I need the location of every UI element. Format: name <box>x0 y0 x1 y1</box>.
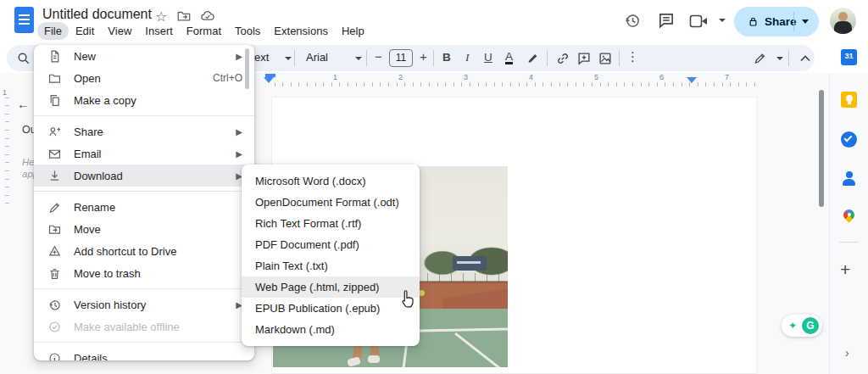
menu-separator <box>34 288 254 289</box>
menubar-item-format[interactable]: Format <box>180 22 228 40</box>
editing-mode-caret-icon[interactable] <box>776 57 783 60</box>
right-indent-marker[interactable] <box>687 77 697 83</box>
cursor-pointer-icon <box>398 289 417 310</box>
version-history-icon[interactable] <box>623 11 642 30</box>
ruler-number: 6 <box>659 73 664 81</box>
menubar-item-file[interactable]: File <box>37 22 69 40</box>
keep-base <box>848 102 851 105</box>
comments-icon[interactable] <box>657 11 676 30</box>
submenu-item-microsoft-word-docx[interactable]: Microsoft Word (.docx) <box>242 170 420 192</box>
menu-item-share[interactable]: Share▶ <box>34 120 254 142</box>
editing-mode-pen-icon[interactable] <box>753 51 767 65</box>
menu-item-label: Add shortcut to Drive <box>74 245 242 258</box>
hide-menus-chevron-icon[interactable] <box>798 53 812 64</box>
submenu-item-web-page-html-zipped[interactable]: Web Page (.html, zipped) <box>242 276 420 298</box>
collapse-chevron-icon[interactable]: › <box>845 346 849 360</box>
google-tasks-icon[interactable] <box>841 131 857 148</box>
google-calendar-icon[interactable]: 31 <box>841 49 857 65</box>
link-icon[interactable] <box>555 51 570 66</box>
title-bar: Untitled document ☆ FileEditViewInsertFo… <box>0 0 868 42</box>
menu-item-new[interactable]: New▶ <box>34 45 254 67</box>
menu-item-version-history[interactable]: Version history▶ <box>34 293 254 315</box>
google-docs-logo[interactable] <box>14 7 34 33</box>
italic-button[interactable]: I <box>465 51 470 64</box>
download-submenu: Microsoft Word (.docx)OpenDocument Forma… <box>242 165 420 346</box>
contacts-head <box>846 171 853 178</box>
menu-item-rename[interactable]: Rename <box>34 196 254 218</box>
lock-icon <box>747 15 760 28</box>
more-options-button[interactable]: ⋮ <box>626 49 639 64</box>
font-dropdown[interactable]: Arial <box>306 51 328 64</box>
menu-item-open[interactable]: OpenCtrl+O <box>34 67 254 89</box>
maps-dot <box>848 213 851 216</box>
underline-button[interactable]: U <box>484 51 492 64</box>
text-color-button[interactable]: A <box>505 51 513 64</box>
meet-video-icon[interactable] <box>689 14 709 29</box>
meet-dropdown-caret-icon[interactable] <box>719 19 726 22</box>
sign-text <box>457 261 481 264</box>
doc-icon <box>47 49 62 64</box>
menubar-item-view[interactable]: View <box>101 22 138 40</box>
menu-item-label: Rename <box>74 201 242 214</box>
menu-item-email[interactable]: Email▶ <box>34 142 254 165</box>
google-contacts-icon[interactable] <box>841 170 857 186</box>
ruler-number: 4 <box>529 73 533 81</box>
share-button[interactable]: Share <box>734 7 819 36</box>
menubar-item-insert[interactable]: Insert <box>138 22 180 40</box>
menu-item-label: Details <box>74 352 242 361</box>
search-icon[interactable] <box>15 50 31 66</box>
highlight-icon[interactable] <box>526 51 540 65</box>
decrease-font-button[interactable]: − <box>375 49 382 64</box>
google-maps-icon[interactable] <box>841 209 857 225</box>
insert-image-icon[interactable] <box>598 51 613 66</box>
menubar-item-help[interactable]: Help <box>335 22 371 40</box>
add-panel-icon[interactable]: + <box>840 260 850 280</box>
menubar: FileEditViewInsertFormatToolsExtensionsH… <box>37 22 371 40</box>
increase-font-button[interactable]: + <box>420 49 427 64</box>
horizontal-ruler[interactable]: 1234567 <box>267 73 757 88</box>
submenu-item-pdf-document-pdf[interactable]: PDF Document (.pdf) <box>242 234 420 255</box>
court-sign <box>453 256 487 271</box>
submenu-arrow-icon: ▶ <box>236 149 242 159</box>
menu-separator <box>34 115 254 116</box>
menu-item-add-shortcut-to-drive[interactable]: Add shortcut to Drive <box>34 240 254 262</box>
side-panel-separator <box>839 242 859 243</box>
submenu-item-opendocument-format-odt[interactable]: OpenDocument Format (.odt) <box>242 192 420 213</box>
submenu-item-markdown-md[interactable]: Markdown (.md) <box>242 319 420 340</box>
font-size-input[interactable]: 11 <box>389 49 413 67</box>
menu-item-label: Move <box>74 223 242 236</box>
submenu-item-rich-text-format-rtf[interactable]: Rich Text Format (.rtf) <box>242 213 420 234</box>
ruler-ticks <box>267 82 757 87</box>
menu-item-move-to-trash[interactable]: Move to trash <box>34 262 254 284</box>
first-line-indent-marker[interactable] <box>265 74 275 77</box>
grammarly-widget[interactable]: ✦ G <box>782 315 822 337</box>
submenu-item-epub-publication-epub[interactable]: EPUB Publication (.epub) <box>242 298 420 319</box>
ruler-number: 3 <box>464 73 468 81</box>
menu-item-details[interactable]: Details <box>34 347 254 360</box>
toolbar-separator <box>294 50 295 66</box>
share-dropdown-caret-icon[interactable] <box>802 20 809 24</box>
menubar-item-edit[interactable]: Edit <box>69 22 101 40</box>
menu-item-move[interactable]: Move <box>34 218 254 240</box>
share-label: Share <box>765 15 797 28</box>
toolbar-separator <box>788 50 789 66</box>
menu-item-make-a-copy[interactable]: Make a copy <box>34 89 254 111</box>
left-indent-marker[interactable] <box>264 77 274 83</box>
document-title[interactable]: Untitled document <box>42 7 152 22</box>
google-keep-icon[interactable] <box>841 92 857 108</box>
ruler-number: 1 <box>3 88 7 97</box>
file-menu-scrollbar[interactable] <box>245 48 249 89</box>
submenu-item-plain-text-txt[interactable]: Plain Text (.txt) <box>242 255 420 276</box>
menu-item-make-available-offline[interactable]: Make available offline <box>34 315 254 338</box>
menubar-item-extensions[interactable]: Extensions <box>267 22 335 40</box>
grammarly-icon: G <box>802 317 819 334</box>
bold-button[interactable]: B <box>442 51 451 64</box>
document-scrollbar[interactable] <box>819 90 824 207</box>
avatar[interactable] <box>830 8 856 34</box>
menu-item-download[interactable]: Download▶ <box>34 165 254 187</box>
toolbar-separator <box>433 50 434 66</box>
avatar-head <box>838 12 848 21</box>
add-comment-icon[interactable] <box>576 51 592 66</box>
menubar-item-tools[interactable]: Tools <box>228 22 267 40</box>
player-shoe <box>368 355 380 363</box>
